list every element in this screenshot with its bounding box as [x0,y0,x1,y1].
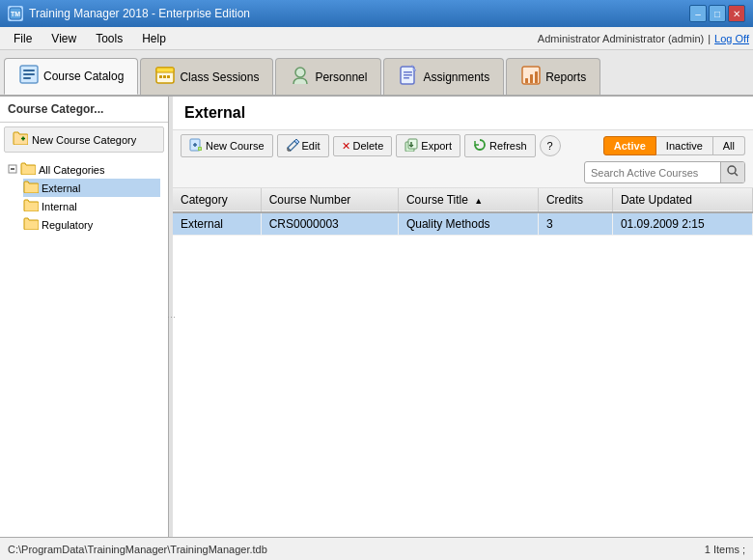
col-header-course-title[interactable]: Course Title ▲ [398,188,538,212]
minimize-button[interactable]: – [689,5,707,22]
status-path: C:\ProgramData\TrainingManager\TrainingM… [8,544,267,555]
category-tree: All Categories External [0,156,168,238]
reports-icon [520,65,542,89]
tab-reports[interactable]: Reports [506,58,600,95]
new-course-button[interactable]: New Course [181,134,273,157]
menu-separator: | [708,33,711,44]
tree-children: External Internal [8,179,160,234]
log-off-link[interactable]: Log Off [714,33,749,44]
menu-tools[interactable]: Tools [86,30,132,47]
edit-icon [286,138,299,154]
table-container: Category Course Number Course Title ▲ Cr… [173,188,753,537]
folder-icon-regulatory [23,217,39,232]
folder-icon-internal [23,199,39,213]
new-course-icon [189,138,203,154]
table-row[interactable]: ExternalCRS0000003Quality Methods301.09.… [173,212,753,236]
title-bar: TM Training Manager 2018 - Enterprise Ed… [0,0,753,27]
refresh-button[interactable]: Refresh [464,134,536,157]
status-bar: C:\ProgramData\TrainingManager\TrainingM… [0,537,753,560]
refresh-icon [473,138,487,154]
active-filter-button[interactable]: Active [603,136,656,155]
tab-assignments-label: Assignments [423,70,489,84]
delete-button[interactable]: ✕ Delete [333,136,393,156]
svg-rect-19 [535,71,538,83]
svg-rect-18 [530,74,533,83]
svg-point-11 [295,68,305,77]
col-header-date-updated[interactable]: Date Updated [612,188,752,212]
export-button[interactable]: Export [396,134,460,157]
personnel-icon [290,65,311,89]
tree-item-external[interactable]: External [23,179,160,197]
tab-reports-label: Reports [545,70,586,84]
tab-class-sessions-label: Class Sessions [180,70,259,84]
tab-course-catalog-label: Course Catalog [43,70,124,83]
inactive-filter-button[interactable]: Inactive [656,136,713,155]
tree-item-regulatory[interactable]: Regulatory [23,215,160,234]
sidebar-header: Course Categor... [0,97,168,123]
new-category-btn-label: New Course Category [32,134,136,146]
course-table: Category Course Number Course Title ▲ Cr… [173,188,753,236]
close-button[interactable]: ✕ [728,5,745,22]
title-bar-text: Training Manager 2018 - Enterprise Editi… [29,7,250,20]
delete-icon: ✕ [342,140,350,153]
svg-text:TM: TM [11,11,20,17]
svg-rect-9 [163,75,166,78]
all-filter-button[interactable]: All [713,136,745,155]
table-body: ExternalCRS0000003Quality Methods301.09.… [173,212,753,236]
tab-course-catalog[interactable]: Course Catalog [4,58,138,95]
svg-line-36 [735,173,738,176]
title-bar-controls: – □ ✕ [689,5,745,22]
panel-title: External [173,97,753,130]
folder-icon-external [23,181,39,195]
maximize-button[interactable]: □ [709,5,726,22]
tree-item-all-categories[interactable]: All Categories [8,160,160,179]
col-header-category[interactable]: Category [173,188,261,212]
delete-label: Delete [353,140,384,152]
search-button[interactable] [720,162,744,182]
status-item-count: 1 Items ; [705,544,745,555]
tree-label-all-categories: All Categories [39,164,104,176]
new-category-button[interactable]: New Course Category [4,126,164,153]
svg-point-35 [728,166,736,174]
tab-personnel-label: Personnel [315,70,367,84]
help-label: ? [547,140,553,152]
tree-item-internal[interactable]: Internal [23,197,160,215]
title-bar-left: TM Training Manager 2018 - Enterprise Ed… [8,6,250,21]
edit-button[interactable]: Edit [277,134,329,157]
svg-rect-3 [23,70,35,71]
menu-items: File View Tools Help [4,30,176,47]
menu-view[interactable]: View [42,30,86,47]
menu-help[interactable]: Help [132,30,176,47]
all-categories-folder-icon [20,162,36,177]
svg-rect-15 [404,77,409,79]
svg-rect-8 [159,75,162,78]
admin-user-text: Administrator Administrator (admin) [538,33,704,44]
col-header-credits[interactable]: Credits [538,188,612,212]
col-header-course-number[interactable]: Course Number [261,188,398,212]
svg-rect-7 [156,68,174,72]
svg-rect-13 [404,71,412,73]
tab-bar: Course Catalog Class Sessions Personnel [0,50,753,97]
export-label: Export [421,140,452,152]
menu-bar: File View Tools Help Administrator Admin… [0,27,753,50]
class-sessions-icon [154,64,176,90]
tree-label-internal: Internal [42,201,77,212]
folder-add-icon [13,131,28,148]
app-icon: TM [8,6,23,21]
svg-rect-5 [23,77,31,79]
assignments-icon [398,65,419,89]
tab-personnel[interactable]: Personnel [275,58,381,95]
tab-class-sessions[interactable]: Class Sessions [140,58,273,95]
refresh-label: Refresh [489,140,527,152]
export-icon [404,138,418,154]
expand-collapse-icon [8,164,17,176]
search-input[interactable] [585,164,720,182]
tree-label-regulatory: Regulatory [42,219,93,231]
menu-file[interactable]: File [4,30,42,47]
course-catalog-icon [18,64,40,90]
svg-rect-14 [404,74,412,76]
help-button[interactable]: ? [540,135,561,156]
tab-assignments[interactable]: Assignments [383,58,504,95]
svg-rect-4 [23,73,35,75]
svg-rect-17 [525,78,528,83]
